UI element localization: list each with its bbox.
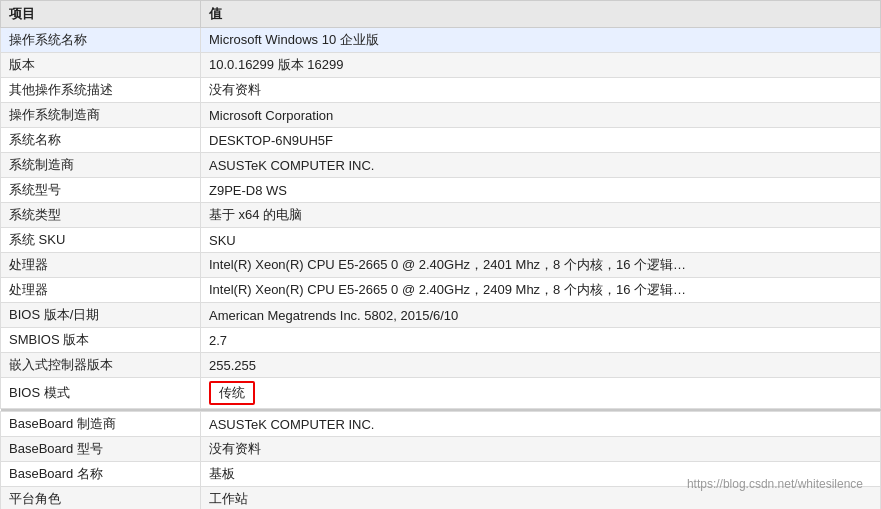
row-value: 基于 x64 的电脑 bbox=[201, 203, 881, 228]
table-row: BIOS 模式传统 bbox=[1, 378, 881, 409]
table-row: 系统名称DESKTOP-6N9UH5F bbox=[1, 128, 881, 153]
row-value: 10.0.16299 版本 16299 bbox=[201, 53, 881, 78]
system-info-table: 项目 值 操作系统名称Microsoft Windows 10 企业版版本10.… bbox=[0, 0, 881, 509]
row-key: SMBIOS 版本 bbox=[1, 328, 201, 353]
header-key: 项目 bbox=[1, 1, 201, 28]
table-row: 其他操作系统描述没有资料 bbox=[1, 78, 881, 103]
row-value: 工作站 bbox=[201, 487, 881, 510]
row-key: 系统 SKU bbox=[1, 228, 201, 253]
row-key: BIOS 版本/日期 bbox=[1, 303, 201, 328]
table-row: SMBIOS 版本2.7 bbox=[1, 328, 881, 353]
row-value: Microsoft Windows 10 企业版 bbox=[201, 28, 881, 53]
table-row: 嵌入式控制器版本255.255 bbox=[1, 353, 881, 378]
header-val: 值 bbox=[201, 1, 881, 28]
table-row: 操作系统制造商Microsoft Corporation bbox=[1, 103, 881, 128]
row-key: 操作系统名称 bbox=[1, 28, 201, 53]
row-key: 处理器 bbox=[1, 278, 201, 303]
row-key: 系统类型 bbox=[1, 203, 201, 228]
row-key: BIOS 模式 bbox=[1, 378, 201, 409]
row-value: ASUSTeK COMPUTER INC. bbox=[201, 153, 881, 178]
table-row: 处理器Intel(R) Xeon(R) CPU E5-2665 0 @ 2.40… bbox=[1, 278, 881, 303]
row-key: BaseBoard 名称 bbox=[1, 462, 201, 487]
row-key: 系统制造商 bbox=[1, 153, 201, 178]
table-row: 系统类型基于 x64 的电脑 bbox=[1, 203, 881, 228]
row-value: ASUSTeK COMPUTER INC. bbox=[201, 412, 881, 437]
table-row: 版本10.0.16299 版本 16299 bbox=[1, 53, 881, 78]
row-value: 传统 bbox=[201, 378, 881, 409]
row-key: BaseBoard 型号 bbox=[1, 437, 201, 462]
row-key: 版本 bbox=[1, 53, 201, 78]
row-key: 系统名称 bbox=[1, 128, 201, 153]
row-key: 系统型号 bbox=[1, 178, 201, 203]
row-value: SKU bbox=[201, 228, 881, 253]
table-row: 操作系统名称Microsoft Windows 10 企业版 bbox=[1, 28, 881, 53]
row-key: 其他操作系统描述 bbox=[1, 78, 201, 103]
bios-mode-value: 传统 bbox=[209, 381, 255, 405]
table-row: BaseBoard 型号没有资料 bbox=[1, 437, 881, 462]
row-value: 没有资料 bbox=[201, 437, 881, 462]
row-value: 基板 bbox=[201, 462, 881, 487]
row-value: Z9PE-D8 WS bbox=[201, 178, 881, 203]
table-row: BIOS 版本/日期American Megatrends Inc. 5802,… bbox=[1, 303, 881, 328]
row-value: American Megatrends Inc. 5802, 2015/6/10 bbox=[201, 303, 881, 328]
row-value: Intel(R) Xeon(R) CPU E5-2665 0 @ 2.40GHz… bbox=[201, 278, 881, 303]
row-key: 平台角色 bbox=[1, 487, 201, 510]
row-value: 2.7 bbox=[201, 328, 881, 353]
row-key: 处理器 bbox=[1, 253, 201, 278]
row-value: 没有资料 bbox=[201, 78, 881, 103]
row-value: DESKTOP-6N9UH5F bbox=[201, 128, 881, 153]
table-row: 系统 SKUSKU bbox=[1, 228, 881, 253]
table-row: BaseBoard 制造商ASUSTeK COMPUTER INC. bbox=[1, 412, 881, 437]
table-row: 系统型号Z9PE-D8 WS bbox=[1, 178, 881, 203]
row-key: 嵌入式控制器版本 bbox=[1, 353, 201, 378]
row-key: BaseBoard 制造商 bbox=[1, 412, 201, 437]
row-value: Intel(R) Xeon(R) CPU E5-2665 0 @ 2.40GHz… bbox=[201, 253, 881, 278]
row-value: Microsoft Corporation bbox=[201, 103, 881, 128]
table-row: BaseBoard 名称基板 bbox=[1, 462, 881, 487]
table-row: 系统制造商ASUSTeK COMPUTER INC. bbox=[1, 153, 881, 178]
row-value: 255.255 bbox=[201, 353, 881, 378]
table-row: 平台角色工作站 bbox=[1, 487, 881, 510]
table-row: 处理器Intel(R) Xeon(R) CPU E5-2665 0 @ 2.40… bbox=[1, 253, 881, 278]
row-key: 操作系统制造商 bbox=[1, 103, 201, 128]
